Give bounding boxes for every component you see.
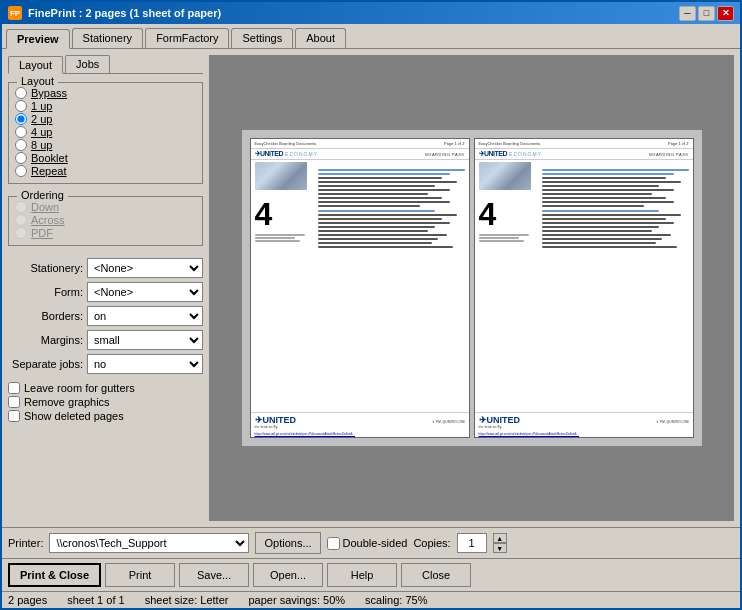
content-area: Layout Jobs Layout Bypass 1 up [2,49,740,527]
ordering-radio-group: Down Across PDF [15,201,196,239]
layout-4up[interactable]: 4 up [15,126,196,138]
ordering-across[interactable]: Across [15,214,196,226]
layout-group-title: Layout [17,75,58,87]
bottom-checkboxes: Leave room for gutters Remove graphics S… [8,382,203,422]
double-sided-checkbox[interactable] [327,537,340,550]
save-button[interactable]: Save... [179,563,249,587]
ordering-group-title: Ordering [17,189,68,201]
form-label: Form: [8,286,83,298]
margins-row: Margins: small [8,330,203,350]
layout-repeat[interactable]: Repeat [15,165,196,177]
sub-tab-bar: Layout Jobs [8,55,203,74]
layout-2up[interactable]: 2 up [15,113,196,125]
preview-inner: EasyCheckin Boarding Documents Page 1 of… [242,130,702,446]
tab-preview[interactable]: Preview [6,29,70,49]
form-select[interactable]: <None> [87,282,203,302]
app-icon: FP [8,6,22,20]
tab-settings[interactable]: Settings [231,28,293,48]
layout-bypass[interactable]: Bypass [15,87,196,99]
status-sheet-size: sheet size: Letter [145,594,229,606]
open-button[interactable]: Open... [253,563,323,587]
options-button[interactable]: Options... [255,532,320,554]
window-close-button[interactable]: ✕ [717,6,734,21]
printer-select[interactable]: \\cronos\Tech_Support [49,533,249,553]
form-row: Form: <None> [8,282,203,302]
page-header-2: EasyCheckin Boarding Documents Page 1 of… [475,139,693,148]
maximize-button[interactable]: □ [698,6,715,21]
copies-up-button[interactable]: ▲ [493,533,507,543]
ordering-pdf[interactable]: PDF [15,227,196,239]
stationery-row: Stationery: <None> [8,258,203,278]
separate-jobs-label: Separate jobs: [8,358,83,370]
copies-spinner: ▲ ▼ [493,533,507,553]
tab-formfactory[interactable]: FormFactory [145,28,229,48]
status-pages: 2 pages [8,594,47,606]
borders-select[interactable]: on [87,306,203,326]
page-preview-2: EasyCheckin Boarding Documents Page 1 of… [474,138,694,438]
tab-about[interactable]: About [295,28,346,48]
united-footer-1: ✈UNITED it's time to fly. ✈ P.M. @UNITED… [251,412,469,431]
title-buttons: ─ □ ✕ [679,6,734,21]
separate-jobs-row: Separate jobs: no [8,354,203,374]
status-sheet: sheet 1 of 1 [67,594,125,606]
action-buttons-bar: Print & Close Print Save... Open... Help… [2,558,740,591]
layout-8up[interactable]: 8 up [15,139,196,151]
tab-stationery[interactable]: Stationery [72,28,144,48]
united-banner-1: ✈UNITED ECONOMY BOARDING PASS [251,148,469,160]
double-sided-row[interactable]: Double-sided [327,537,408,550]
main-tab-bar: Preview Stationery FormFactory Settings … [2,24,740,49]
main-window: FP FinePrint : 2 pages (1 sheet of paper… [0,0,742,610]
stationery-select[interactable]: <None> [87,258,203,278]
remove-graphics-checkbox[interactable]: Remove graphics [8,396,203,408]
preview-panel: EasyCheckin Boarding Documents Page 1 of… [209,55,734,521]
subtab-jobs[interactable]: Jobs [65,55,110,73]
printer-toolbar: Printer: \\cronos\Tech_Support Options..… [2,527,740,558]
layout-group: Layout Bypass 1 up 2 up [8,82,203,184]
ordering-down[interactable]: Down [15,201,196,213]
united-banner-2: ✈UNITED ECONOMY BOARDING PASS [475,148,693,160]
stationery-label: Stationery: [8,262,83,274]
printer-label: Printer: [8,537,43,549]
margins-label: Margins: [8,334,83,346]
separate-jobs-select[interactable]: no [87,354,203,374]
window-title: FinePrint : 2 pages (1 sheet of paper) [28,7,221,19]
status-savings: paper savings: 50% [248,594,345,606]
borders-row: Borders: on [8,306,203,326]
ordering-group: Ordering Down Across PDF [8,196,203,246]
form-fields: Stationery: <None> Form: <None> Borders:… [8,258,203,374]
layout-1up[interactable]: 1 up [15,100,196,112]
title-bar: FP FinePrint : 2 pages (1 sheet of paper… [2,2,740,24]
copies-input[interactable] [457,533,487,553]
united-footer-2: ✈UNITED it's time to fly. ✈ P.M. @UNITED… [475,412,693,431]
page-header-1: EasyCheckin Boarding Documents Page 1 of… [251,139,469,148]
close-action-button[interactable]: Close [401,563,471,587]
print-button[interactable]: Print [105,563,175,587]
left-panel: Layout Jobs Layout Bypass 1 up [8,55,203,521]
layout-booklet[interactable]: Booklet [15,152,196,164]
help-button[interactable]: Help [327,563,397,587]
copies-label: Copies: [413,537,450,549]
show-deleted-checkbox[interactable]: Show deleted pages [8,410,203,422]
status-scaling: scaling: 75% [365,594,427,606]
borders-label: Borders: [8,310,83,322]
copies-down-button[interactable]: ▼ [493,543,507,553]
minimize-button[interactable]: ─ [679,6,696,21]
margins-select[interactable]: small [87,330,203,350]
status-bar: 2 pages sheet 1 of 1 sheet size: Letter … [2,591,740,608]
leave-room-checkbox[interactable]: Leave room for gutters [8,382,203,394]
print-close-button[interactable]: Print & Close [8,563,101,587]
page-preview-1: EasyCheckin Boarding Documents Page 1 of… [250,138,470,438]
double-sided-label: Double-sided [343,537,408,549]
layout-radio-group: Bypass 1 up 2 up 4 up [15,87,196,177]
subtab-layout[interactable]: Layout [8,56,63,74]
